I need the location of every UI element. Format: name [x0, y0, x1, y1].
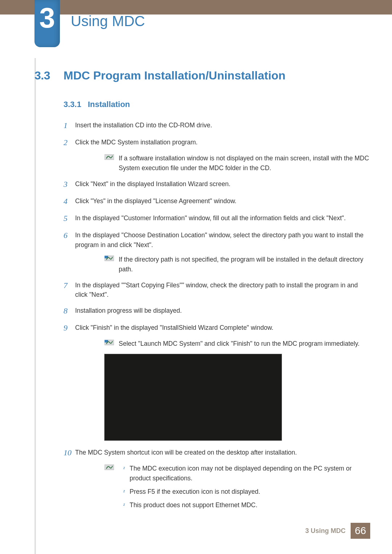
step-number: 5 [64, 212, 75, 224]
footer-label: 3 Using MDC [305, 527, 346, 535]
step-number: 2 [64, 136, 75, 148]
note-block: If a software installation window is not… [104, 153, 370, 173]
note-icon [104, 255, 114, 262]
subsection-title: Installation [88, 100, 130, 109]
step-number: 7 [64, 279, 75, 300]
step-4: 4 Click "Yes" in the displayed "License … [64, 195, 370, 207]
note-bullet: z The MDC execution icon may not be disp… [119, 464, 370, 483]
screenshot-placeholder [104, 354, 282, 441]
step-number: 6 [64, 229, 75, 250]
step-number: 9 [64, 322, 75, 334]
step-text: The MDC System shortcut icon will be cre… [75, 447, 370, 459]
step-text: Click "Finish" in the displayed "Install… [75, 322, 370, 334]
step-1: 1 Insert the installation CD into the CD… [64, 119, 370, 131]
note-bullet-text: Press F5 if the execution icon is not di… [130, 487, 370, 497]
note-icon [104, 153, 114, 161]
step-7: 7 In the displayed ""Start Copying Files… [64, 279, 370, 300]
subsection-number: 3.3.1 [64, 100, 81, 109]
chapter-badge: 3 [34, 0, 60, 47]
bullet-mark: z [119, 500, 130, 510]
step-number: 10 [64, 447, 75, 459]
subsection-heading: 3.3.1 Installation [64, 100, 370, 109]
step-9: 9 Click "Finish" in the displayed "Insta… [64, 322, 370, 334]
step-text: Installation progress will be displayed. [75, 305, 370, 317]
step-5: 5 In the displayed "Customer Information… [64, 212, 370, 224]
note-text: If the directory path is not specified, … [119, 255, 370, 274]
note-text: Select "Launch MDC System" and click "Fi… [119, 339, 370, 349]
section-number: 3.3 [34, 69, 64, 82]
step-number: 1 [64, 119, 75, 131]
note-icon [104, 339, 114, 346]
note-bullet-text: This product does not support Ethernet M… [130, 500, 370, 510]
step-text: Click the MDC System installation progra… [75, 136, 370, 148]
step-10: 10 The MDC System shortcut icon will be … [64, 447, 370, 459]
section-title: MDC Program Installation/Uninstallation [64, 69, 286, 82]
note-bullet-text: The MDC execution icon may not be displa… [130, 464, 370, 483]
step-3: 3 Click "Next" in the displayed Installa… [64, 178, 370, 190]
step-text: In the displayed "Choose Destination Loc… [75, 229, 370, 250]
page-number: 66 [351, 523, 370, 539]
chapter-number: 3 [39, 4, 55, 32]
step-list: 1 Insert the installation CD into the CD… [64, 119, 370, 514]
step-2: 2 Click the MDC System installation prog… [64, 136, 370, 148]
bullet-mark: z [119, 487, 130, 497]
content: 3.3 MDC Program Installation/Uninstallat… [34, 69, 370, 519]
step-8: 8 Installation progress will be displaye… [64, 305, 370, 317]
chapter-title: Using MDC [71, 13, 145, 29]
step-number: 8 [64, 305, 75, 317]
section-heading: 3.3 MDC Program Installation/Uninstallat… [34, 69, 370, 82]
note-block: Select "Launch MDC System" and click "Fi… [104, 339, 370, 349]
note-bullets: z The MDC execution icon may not be disp… [119, 464, 370, 514]
footer: 3 Using MDC 66 [305, 523, 370, 539]
step-text: Click "Yes" in the displayed "License Ag… [75, 195, 370, 207]
note-block: z The MDC execution icon may not be disp… [104, 464, 370, 514]
note-text: If a software installation window is not… [119, 153, 370, 173]
step-text: Click "Next" in the displayed Installati… [75, 178, 370, 190]
step-6: 6 In the displayed "Choose Destination L… [64, 229, 370, 250]
step-text: In the displayed "Customer Information" … [75, 212, 370, 224]
note-bullet: z This product does not support Ethernet… [119, 500, 370, 510]
note-bullet: z Press F5 if the execution icon is not … [119, 487, 370, 497]
note-icon [104, 464, 114, 471]
step-text: In the displayed ""Start Copying Files""… [75, 279, 370, 300]
bullet-mark: z [119, 464, 130, 483]
step-text: Insert the installation CD into the CD-R… [75, 119, 370, 131]
note-block: If the directory path is not specified, … [104, 255, 370, 274]
step-number: 4 [64, 195, 75, 207]
step-number: 3 [64, 178, 75, 190]
